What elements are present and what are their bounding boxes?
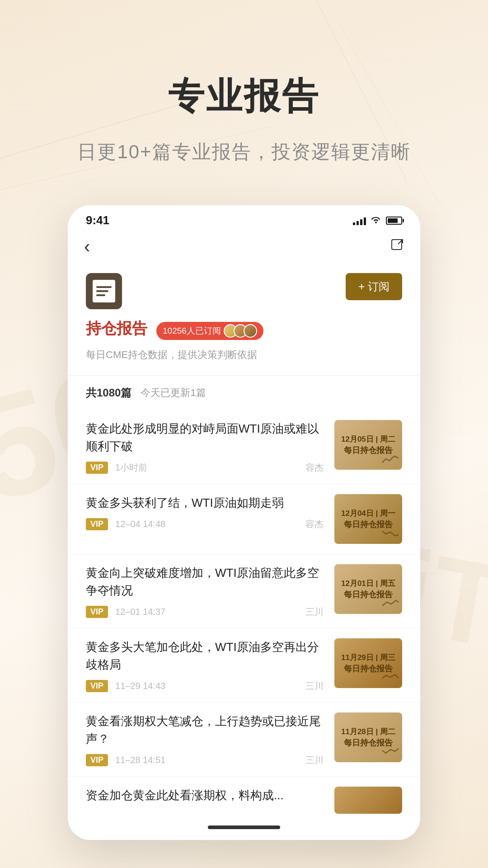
article-content-5: 黄金看涨期权大笔减仓，上行趋势或已接近尾声？ VIP 11–28 14:51 三… [86,712,324,766]
list-header: 共1080篇 今天已更新1篇 [68,376,420,410]
status-bar: 9:41 [68,205,420,232]
signal-icon [353,216,366,225]
battery-icon [386,217,402,225]
vip-badge-1: VIP [86,462,108,474]
article-item-1[interactable]: 黄金此处形成明显的对峙局面WTI原油或难以顺利下破 VIP 1小时前 容杰 12… [68,410,420,484]
status-icons [353,215,402,226]
thumb-date-3: 12月01日 | 周五 [341,578,395,589]
channel-description: 每日CME持仓数据，提供决策判断依据 [86,348,402,362]
subscribe-button[interactable]: + 订阅 [346,273,402,300]
channel-icon [86,273,122,309]
channel-header: + 订阅 持仓报告 10256人已订阅 每日CME持仓数据，提供决策判断依据 [68,264,420,375]
article-author-1: 容杰 [305,462,324,474]
page-title: 专业报告 [168,72,320,121]
thumb-date-2: 12月04日 | 周一 [341,508,395,519]
article-author-4: 三川 [305,680,324,692]
article-thumb-6 [334,787,402,814]
article-thumb-1: 12月05日 | 周二 每日持仓报告 [334,420,402,470]
article-author-3: 三川 [305,606,324,618]
subscriber-count: 10256人已订阅 [163,325,221,337]
bottom-bar [68,818,420,840]
doc-line-2 [96,290,108,292]
update-info: 今天已更新1篇 [141,386,206,400]
article-list: 共1080篇 今天已更新1篇 黄金此处形成明显的对峙局面WTI原油或难以顺利下破… [68,376,420,818]
svg-rect-4 [392,240,402,250]
back-button[interactable]: ‹ [84,236,90,257]
article-thumb-3: 12月01日 | 周五 每日持仓报告 [334,564,402,614]
article-title-1: 黄金此处形成明显的对峙局面WTI原油或难以顺利下破 [86,420,324,455]
article-thumb-5: 11月28日 | 周二 每日持仓报告 [334,712,402,762]
article-content-1: 黄金此处形成明显的对峙局面WTI原油或难以顺利下破 VIP 1小时前 容杰 [86,420,324,474]
article-item-5[interactable]: 黄金看涨期权大笔减仓，上行趋势或已接近尾声？ VIP 11–28 14:51 三… [68,703,420,777]
article-content-2: 黄金多头获利了结，WTI原油如期走弱 VIP 12–04 14:48 容杰 [86,494,324,544]
article-author-5: 三川 [305,754,324,766]
article-meta-2: VIP 12–04 14:48 容杰 [86,518,324,530]
article-meta-3: VIP 12–01 14:37 三川 [86,606,324,618]
channel-title-row: 持仓报告 10256人已订阅 [86,318,402,344]
phone-mockup: 9:41 ‹ [68,205,420,840]
vip-badge-3: VIP [86,606,108,618]
article-title-3: 黄金向上突破难度增加，WTI原油留意此多空争夺情况 [86,564,324,599]
article-meta-1: VIP 1小时前 容杰 [86,462,324,474]
article-meta-4: VIP 11–29 14:43 三川 [86,680,324,692]
subscriber-badge: 10256人已订阅 [156,322,263,340]
home-indicator [208,826,280,829]
avatar-group [224,324,257,338]
signal-bar-3 [360,219,362,225]
page-subtitle: 日更10+篇专业报告，投资逻辑更清晰 [77,139,410,165]
article-thumb-2: 12月04日 | 周一 每日持仓报告 [334,494,402,544]
nav-bar: ‹ [68,232,420,264]
share-button[interactable] [390,238,404,255]
article-content-6: 资金加仓黄金此处看涨期权，料构成... [86,787,324,814]
thumb-date-4: 11月29日 | 周三 [341,652,395,663]
doc-line-3 [96,294,105,296]
article-content-4: 黄金多头大笔加仓此处，WTI原油多空再出分歧格局 VIP 11–29 14:43… [86,638,324,692]
signal-bar-1 [353,222,355,225]
article-item-3[interactable]: 黄金向上突破难度增加，WTI原油留意此多空争夺情况 VIP 12–01 14:3… [68,554,420,628]
vip-badge-5: VIP [86,754,108,766]
avatar-3 [244,324,257,338]
article-thumb-4: 11月29日 | 周三 每日持仓报告 [334,638,402,688]
article-time-4: 11–29 14:43 [115,681,165,691]
article-title-6: 资金加仓黄金此处看涨期权，料构成... [86,787,324,804]
thumb-date-1: 12月05日 | 周二 [341,434,395,444]
article-content-3: 黄金向上突破难度增加，WTI原油留意此多空争夺情况 VIP 12–01 14:3… [86,564,324,618]
wifi-icon [371,215,381,226]
article-time-3: 12–01 14:37 [115,607,165,617]
article-title-5: 黄金看涨期权大笔减仓，上行趋势或已接近尾声？ [86,712,324,748]
total-count: 共1080篇 [86,386,131,400]
article-item-4[interactable]: 黄金多头大笔加仓此处，WTI原油多空再出分歧格局 VIP 11–29 14:43… [68,628,420,703]
vip-badge-2: VIP [86,518,108,530]
thumb-date-5: 11月28日 | 周二 [341,726,395,737]
doc-line-1 [96,286,112,288]
signal-bar-2 [357,221,359,225]
article-item-2[interactable]: 黄金多头获利了结，WTI原油如期走弱 VIP 12–04 14:48 容杰 12… [68,484,420,554]
vip-badge-4: VIP [86,680,108,692]
article-title-2: 黄金多头获利了结，WTI原油如期走弱 [86,494,324,512]
article-author-2: 容杰 [305,518,324,530]
article-title-4: 黄金多头大笔加仓此处，WTI原油多空再出分歧格局 [86,638,324,674]
status-time: 9:41 [86,213,109,227]
article-time-2: 12–04 14:48 [115,519,165,529]
article-time-5: 11–28 14:51 [115,755,165,765]
article-time-1: 1小时前 [115,462,147,474]
channel-title: 持仓报告 [86,318,147,339]
signal-bar-4 [364,217,366,225]
battery-fill [388,218,398,223]
article-item-6[interactable]: 资金加仓黄金此处看涨期权，料构成... [68,777,420,818]
article-meta-5: VIP 11–28 14:51 三川 [86,754,324,766]
